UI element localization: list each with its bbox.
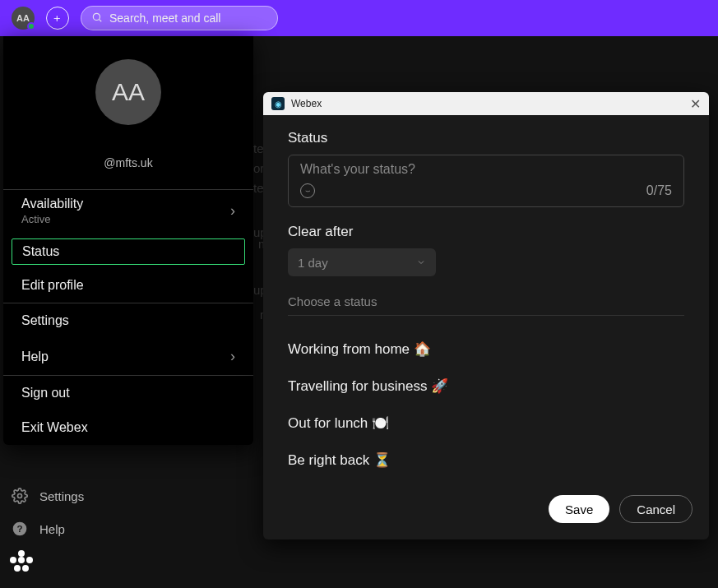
new-action-button[interactable]: ﹢ <box>46 7 69 30</box>
status-option-label: Travelling for business <box>288 378 431 394</box>
divider <box>288 315 684 316</box>
svg-point-2 <box>18 494 22 498</box>
chevron-down-icon <box>416 256 426 270</box>
sidebar-apps[interactable] <box>10 552 84 572</box>
status-input[interactable]: What's your status? ⌣ 0/75 <box>288 155 684 207</box>
clear-after-select[interactable]: 1 day <box>288 248 436 276</box>
avatar-large: AA <box>95 59 161 125</box>
bottom-left-nav: Settings ? Help <box>10 486 84 572</box>
emoji-picker-icon[interactable]: ⌣ <box>300 183 315 198</box>
clear-after-label: Clear after <box>288 224 684 240</box>
top-header: AA ﹢ Search, meet and call <box>0 0 718 36</box>
profile-dropdown: AA @mfts.uk Availability Active › Status… <box>3 36 253 445</box>
dialog-app-name: Webex <box>291 98 322 109</box>
status-option-label: Out for lunch <box>288 415 372 431</box>
close-icon[interactable]: ✕ <box>690 96 701 112</box>
hourglass-icon: ⏳ <box>373 452 391 468</box>
status-heading: Status <box>288 130 684 146</box>
status-option-brb[interactable]: Be right back ⏳ <box>288 442 684 479</box>
menu-settings-label: Settings <box>21 313 69 328</box>
menu-availability[interactable]: Availability Active › <box>3 190 253 235</box>
chevron-right-icon: › <box>230 348 235 365</box>
webex-app-icon: ◉ <box>271 97 285 110</box>
search-input[interactable]: Search, meet and call <box>81 6 278 30</box>
menu-availability-value: Active <box>21 213 83 225</box>
status-option-label: Be right back <box>288 452 373 468</box>
sidebar-help[interactable]: ? Help <box>10 519 84 539</box>
plus-icon: ﹢ <box>50 8 65 28</box>
status-option-wfh[interactable]: Working from home 🏠 <box>288 331 684 368</box>
chevron-right-icon: › <box>230 202 235 220</box>
help-icon: ? <box>10 519 30 539</box>
char-count: 0/75 <box>646 183 672 198</box>
menu-help-label: Help <box>21 350 49 364</box>
apps-icon <box>10 552 33 572</box>
menu-sign-out[interactable]: Sign out <box>3 376 253 410</box>
rocket-icon: 🚀 <box>431 378 448 394</box>
sidebar-settings[interactable]: Settings <box>10 486 84 506</box>
choose-status-label: Choose a status <box>288 294 684 308</box>
status-dialog: ◉ Webex ✕ Status What's your status? ⌣ 0… <box>263 92 709 539</box>
status-placeholder: What's your status? <box>300 162 672 177</box>
status-option-travelling[interactable]: Travelling for business 🚀 <box>288 368 684 405</box>
status-option-label: Working from home <box>288 341 414 357</box>
menu-availability-label: Availability <box>21 197 83 211</box>
menu-status[interactable]: Status <box>12 238 245 265</box>
menu-exit[interactable]: Exit Webex <box>3 410 253 445</box>
dialog-footer: Save Cancel <box>263 495 709 539</box>
cancel-button-label: Cancel <box>637 502 675 516</box>
avatar-initials: AA <box>16 13 30 23</box>
sidebar-help-label: Help <box>39 522 65 536</box>
menu-sign-out-label: Sign out <box>21 386 70 400</box>
search-icon <box>91 12 103 25</box>
save-button-label: Save <box>565 502 593 516</box>
svg-text:?: ? <box>16 523 22 534</box>
avatar-small[interactable]: AA <box>12 7 35 30</box>
bg-text: te <box>253 141 264 155</box>
house-icon: 🏠 <box>414 341 431 357</box>
menu-edit-profile[interactable]: Edit profile <box>3 268 253 303</box>
search-placeholder: Search, meet and call <box>109 12 220 25</box>
menu-settings[interactable]: Settings <box>3 303 253 338</box>
svg-line-1 <box>100 19 102 21</box>
menu-help[interactable]: Help › <box>3 338 253 375</box>
profile-username: @mfts.uk <box>3 156 253 169</box>
gear-icon <box>10 486 30 506</box>
clear-after-value: 1 day <box>298 256 328 270</box>
svg-point-0 <box>93 13 100 20</box>
save-button[interactable]: Save <box>549 495 609 523</box>
profile-header: AA @mfts.uk <box>3 36 253 189</box>
cancel-button[interactable]: Cancel <box>619 495 693 523</box>
menu-edit-profile-label: Edit profile <box>21 278 84 293</box>
menu-status-label: Status <box>22 244 59 259</box>
menu-exit-label: Exit Webex <box>21 420 88 435</box>
status-option-lunch[interactable]: Out for lunch 🍽️ <box>288 405 684 442</box>
bg-text: te <box>253 181 264 195</box>
sidebar-settings-label: Settings <box>39 489 84 503</box>
presence-indicator <box>27 22 35 30</box>
avatar-large-initials: AA <box>112 78 145 106</box>
dialog-titlebar: ◉ Webex ✕ <box>263 92 709 115</box>
plate-icon: 🍽️ <box>372 415 389 431</box>
